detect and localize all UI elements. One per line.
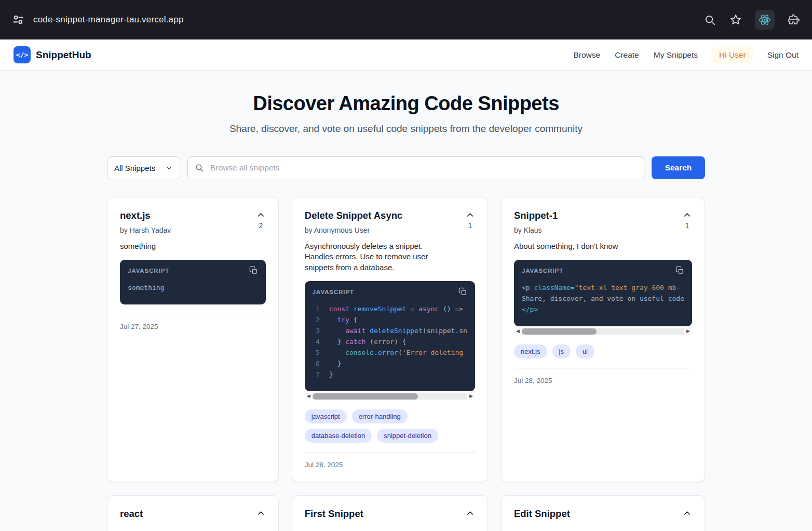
card-footer: Jul 28, 2025 bbox=[514, 368, 692, 385]
code-line: <p className="text-xl text-gray-600 mb- bbox=[522, 282, 684, 293]
site-navbar: </> SnippetHub Browse Create My Snippets… bbox=[0, 39, 812, 71]
vote-widget bbox=[465, 508, 475, 518]
tag-pill[interactable]: snippet-deletion bbox=[377, 429, 438, 443]
tag-pill[interactable]: error-handling bbox=[352, 409, 408, 423]
nav-link-create[interactable]: Create bbox=[615, 50, 639, 60]
search-button[interactable]: Search bbox=[652, 156, 705, 179]
copy-code-button[interactable] bbox=[249, 266, 258, 275]
extensions-puzzle-icon[interactable] bbox=[787, 13, 801, 26]
snippet-filter-select[interactable]: All Snippets bbox=[107, 156, 180, 179]
scrollbar-track[interactable] bbox=[522, 328, 684, 335]
tag-pill[interactable]: next.js bbox=[514, 344, 547, 359]
upvote-button[interactable] bbox=[682, 210, 692, 220]
code-line: 6 } bbox=[313, 358, 467, 369]
url-bar[interactable]: code-snippet-manager-tau.vercel.app bbox=[33, 15, 695, 25]
copy-icon bbox=[675, 266, 684, 275]
upvote-button[interactable] bbox=[465, 210, 475, 220]
snippet-title: react bbox=[120, 508, 143, 520]
code-line: </p> bbox=[522, 304, 684, 315]
code-line: 5 console.error('Error deleting bbox=[313, 347, 467, 358]
code-line: 4 } catch (error) { bbox=[313, 336, 467, 347]
snippet-description: About something, I don't know bbox=[514, 241, 692, 251]
vote-widget: 1 bbox=[465, 210, 475, 230]
code-line: 2 try { bbox=[313, 314, 467, 325]
brand[interactable]: </> SnippetHub bbox=[13, 46, 91, 63]
upvote-button[interactable] bbox=[465, 508, 475, 518]
snippet-author: by Klaus bbox=[514, 226, 558, 234]
scroll-right-arrow-icon[interactable]: ▶ bbox=[467, 394, 475, 399]
snippet-title: Snippet-1 bbox=[514, 210, 558, 221]
scrollbar-track[interactable] bbox=[313, 393, 467, 400]
search-icon bbox=[195, 163, 204, 172]
code-body: <p className="text-xl text-gray-600 mb-S… bbox=[514, 277, 692, 326]
code-language-label: JAVASCRIPT bbox=[128, 268, 169, 274]
nav-link-browse[interactable]: Browse bbox=[574, 50, 601, 60]
vote-widget: 1 bbox=[682, 210, 692, 230]
copy-code-button[interactable] bbox=[675, 266, 684, 275]
snippet-card: Delete Snippet Async by Anonymous User 1… bbox=[292, 197, 488, 482]
scroll-left-arrow-icon[interactable]: ◀ bbox=[305, 394, 313, 399]
vote-count: 2 bbox=[259, 221, 263, 230]
scrollbar-thumb[interactable] bbox=[522, 328, 597, 335]
tag-pill[interactable]: ui bbox=[576, 344, 594, 359]
snippet-card: react bbox=[107, 495, 279, 531]
scroll-right-arrow-icon[interactable]: ▶ bbox=[684, 329, 692, 334]
tag-pill[interactable]: database-deletion bbox=[305, 429, 372, 443]
zoom-icon[interactable] bbox=[703, 13, 716, 26]
line-number: 5 bbox=[313, 347, 320, 358]
search-input[interactable] bbox=[209, 163, 637, 173]
snippet-description: Asynchronously deletes a snippet. Handle… bbox=[305, 241, 475, 273]
page-title: Discover Amazing Code Snippets bbox=[0, 92, 812, 115]
snippet-date: Jul 28, 2025 bbox=[514, 377, 552, 384]
browser-tune-icon[interactable] bbox=[11, 13, 25, 26]
upvote-button[interactable] bbox=[256, 210, 266, 220]
upvote-button[interactable] bbox=[256, 508, 266, 518]
bookmark-star-icon[interactable] bbox=[729, 13, 742, 26]
line-number: 2 bbox=[313, 314, 320, 325]
snippet-author: by Harsh Yadav bbox=[120, 226, 171, 234]
copy-icon bbox=[458, 287, 467, 296]
nav-link-my-snippets[interactable]: My Snippets bbox=[654, 50, 698, 60]
snippet-card: Edit Snippet bbox=[501, 495, 705, 531]
code-wrap: JAVASCRIPT 1const removeSnippet = async … bbox=[305, 281, 475, 400]
vote-widget: 2 bbox=[256, 210, 266, 230]
chevron-up-icon bbox=[256, 508, 266, 518]
snippet-card: First Snippet bbox=[292, 495, 488, 531]
snippet-title: Delete Snippet Async bbox=[305, 210, 402, 221]
code-line: 7} bbox=[313, 369, 467, 380]
search-row: All Snippets Search bbox=[107, 156, 705, 179]
chevron-down-icon bbox=[165, 164, 173, 172]
sign-out-link[interactable]: Sign Out bbox=[767, 50, 799, 60]
card-footer: Jul 28, 2025 bbox=[305, 452, 475, 469]
upvote-button[interactable] bbox=[682, 508, 692, 518]
line-number: 3 bbox=[313, 325, 320, 336]
tag-pill[interactable]: javascript bbox=[305, 409, 347, 423]
vote-count: 1 bbox=[685, 221, 689, 230]
brand-name: SnippetHub bbox=[36, 49, 91, 61]
code-line: Share, discover, and vote on useful code bbox=[522, 293, 684, 304]
search-box bbox=[187, 156, 644, 179]
code-horizontal-scrollbar[interactable]: ◀ ▶ bbox=[514, 327, 692, 335]
copy-code-button[interactable] bbox=[458, 287, 467, 296]
line-number: 6 bbox=[313, 358, 320, 369]
snippet-title: Edit Snippet bbox=[514, 508, 570, 520]
chevron-up-icon bbox=[256, 210, 266, 220]
snippet-title: next.js bbox=[120, 210, 171, 221]
vote-count: 1 bbox=[468, 221, 472, 230]
code-block: JAVASCRIPT <p className="text-xl text-gr… bbox=[514, 260, 692, 326]
scroll-left-arrow-icon[interactable]: ◀ bbox=[514, 329, 522, 334]
snippet-author: by Anonymous User bbox=[305, 226, 402, 234]
code-body: 1const removeSnippet = async () =>2 try … bbox=[305, 298, 475, 391]
snippet-date: Jul 27, 2025 bbox=[120, 323, 158, 330]
nav-links: Browse Create My Snippets Hi User Sign O… bbox=[574, 47, 799, 63]
user-greeting: Hi User bbox=[712, 47, 753, 63]
snippet-title: First Snippet bbox=[305, 508, 363, 520]
snippet-card: next.js by Harsh Yadav 2 something JAVAS… bbox=[107, 197, 279, 482]
code-horizontal-scrollbar[interactable]: ◀ ▶ bbox=[305, 392, 475, 400]
tag-pill[interactable]: js bbox=[552, 344, 571, 359]
code-block: JAVASCRIPT 1const removeSnippet = async … bbox=[305, 281, 475, 391]
brand-logo-icon: </> bbox=[13, 46, 31, 63]
scrollbar-thumb[interactable] bbox=[313, 393, 418, 400]
hero-section: Discover Amazing Code Snippets Share, di… bbox=[0, 92, 812, 135]
react-devtools-icon[interactable] bbox=[755, 10, 775, 30]
